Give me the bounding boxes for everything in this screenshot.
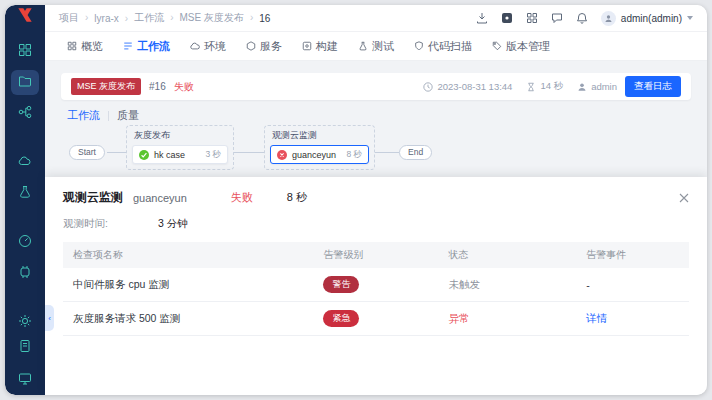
breadcrumb-item-workflows[interactable]: 工作流: [134, 11, 179, 25]
breadcrumb-item-project[interactable]: lyra-x: [94, 13, 134, 24]
user-menu[interactable]: admin(admin): [601, 11, 693, 26]
download-icon[interactable]: [476, 12, 488, 24]
panel-header: 观测云监测 guanceyun 失败 8 秒: [63, 189, 689, 206]
tab-label: 测试: [372, 39, 394, 54]
job-name: hk case: [154, 150, 185, 160]
tab-version-management[interactable]: 版本管理: [492, 39, 550, 54]
tab-builds[interactable]: 构建: [302, 39, 338, 54]
tab-label: 环境: [204, 39, 226, 54]
task-number: #16: [149, 81, 166, 92]
task-duration: 14 秒: [526, 80, 563, 93]
shield-icon: [414, 41, 424, 51]
sidebar-item-docs[interactable]: [11, 335, 39, 360]
tab-label: 构建: [316, 39, 338, 54]
tab-code-scan[interactable]: 代码扫描: [414, 39, 472, 54]
finish-time: 2023-08-31 13:44: [423, 81, 512, 92]
level-badge: 紧急: [323, 310, 359, 327]
sidebar-item-workflows[interactable]: [11, 101, 39, 126]
topbar: 项目 lyra-x 工作流 MSE 灰度发布 16 admin(admin): [45, 5, 707, 32]
close-icon[interactable]: [679, 193, 689, 203]
pipeline-connector: [107, 152, 126, 153]
brand-logo-icon: [15, 5, 35, 25]
sidebar-nav: [11, 39, 39, 335]
table-row: 灰度服务请求 500 监测 紧急 异常 详情: [63, 302, 689, 336]
tab-label: 版本管理: [506, 39, 550, 54]
sidebar-item-overview[interactable]: [11, 39, 39, 64]
sidebar-collapse-handle[interactable]: ‹: [45, 305, 54, 331]
tab-label: 服务: [260, 39, 282, 54]
tab-tests[interactable]: 测试: [358, 39, 394, 54]
pipeline-start-node: Start: [69, 145, 105, 160]
panel-duration: 8 秒: [287, 190, 307, 205]
pipeline-canvas: Start 灰度发布 hk case 3 秒 观测云监测 guanceyun 8…: [61, 125, 691, 175]
workflow-icon: [123, 41, 133, 51]
sidebar: [5, 5, 45, 395]
sidebar-item-projects[interactable]: [11, 70, 39, 95]
breadcrumb-item-workflow[interactable]: MSE 灰度发布: [179, 11, 259, 25]
overview-icon: [67, 41, 77, 51]
sidebar-item-insights[interactable]: [11, 230, 39, 255]
observe-time-row: 观测时间: 3 分钟: [63, 217, 689, 231]
column-header: 告警级别: [313, 242, 438, 268]
tab-services[interactable]: 服务: [246, 39, 282, 54]
pipeline-end-node: End: [399, 145, 432, 160]
table-header-row: 检查项名称 告警级别 状态 告警事件: [63, 242, 689, 268]
topbar-actions: admin(admin): [476, 11, 693, 26]
pipeline-stage-release: 灰度发布 hk case 3 秒: [126, 125, 234, 170]
panel-job-name: guanceyun: [133, 192, 187, 204]
observe-time-label: 观测时间:: [63, 217, 155, 231]
breadcrumb: 项目 lyra-x 工作流 MSE 灰度发布 16: [59, 11, 270, 25]
project-nav: 概览 工作流 环境 服务 构建 测试 代码扫描 版本管理: [45, 32, 707, 61]
workspace-icon[interactable]: [501, 12, 513, 24]
sidebar-item-environments[interactable]: [11, 150, 39, 175]
column-header: 状态: [439, 242, 577, 268]
tab-label: 工作流: [137, 39, 170, 54]
app-logo[interactable]: [5, 5, 45, 25]
tab-environments[interactable]: 环境: [190, 39, 226, 54]
detail-link[interactable]: 详情: [586, 312, 607, 324]
job-name: guanceyun: [292, 150, 336, 160]
workflow-tag: MSE 灰度发布: [71, 78, 141, 95]
sidebar-item-help[interactable]: [11, 368, 39, 393]
tab-quality-view[interactable]: 质量: [117, 108, 139, 123]
build-icon: [302, 41, 312, 51]
job-detail-panel: 观测云监测 guanceyun 失败 8 秒 观测时间: 3 分钟 检查项名称 …: [45, 177, 707, 395]
check-name-cell: 中间件服务 cpu 监测: [63, 268, 313, 302]
app-window: ‹ 项目 lyra-x 工作流 MSE 灰度发布 16 admin(admin)…: [5, 5, 707, 395]
bell-icon[interactable]: [576, 12, 588, 24]
task-status: 失败: [174, 80, 194, 94]
pipeline-connector: [375, 152, 399, 153]
sidebar-item-tests[interactable]: [11, 181, 39, 206]
sidebar-item-settings[interactable]: [11, 310, 39, 335]
tab-label: 代码扫描: [428, 39, 472, 54]
task-header: MSE 灰度发布 #16 失败 2023-08-31 13:44 14 秒 ad…: [61, 73, 691, 100]
observe-time-value: 3 分钟: [158, 217, 188, 229]
gear-icon: [18, 314, 32, 332]
tab-divider: [108, 111, 109, 121]
panel-status: 失败: [231, 190, 253, 205]
tab-overview[interactable]: 概览: [67, 39, 103, 54]
cloud-icon: [190, 41, 200, 51]
tab-workflow-view[interactable]: 工作流: [67, 108, 100, 123]
chevron-down-icon: [687, 16, 693, 20]
tab-workflows[interactable]: 工作流: [123, 39, 170, 54]
plug-icon: [18, 265, 32, 283]
breadcrumb-item-task: 16: [259, 13, 270, 24]
task-executor: admin: [577, 81, 617, 92]
message-icon[interactable]: [551, 12, 563, 24]
level-badge: 警告: [323, 276, 359, 293]
job-card-hk-case[interactable]: hk case 3 秒: [132, 145, 228, 164]
job-card-guanceyun[interactable]: guanceyun 8 秒: [270, 145, 369, 164]
apps-icon[interactable]: [526, 12, 538, 24]
view-log-button[interactable]: 查看日志: [625, 76, 681, 97]
pipeline-connector: [234, 152, 264, 153]
column-header: 检查项名称: [63, 242, 313, 268]
status-cell: 异常: [439, 302, 577, 336]
sidebar-item-integrations[interactable]: [11, 261, 39, 286]
panel-title: 观测云监测: [63, 189, 123, 206]
flask-icon: [18, 185, 32, 203]
avatar: [601, 11, 616, 26]
breadcrumb-item-projects[interactable]: 项目: [59, 11, 94, 25]
content-area: MSE 灰度发布 #16 失败 2023-08-31 13:44 14 秒 ad…: [45, 61, 707, 395]
view-tabs: 工作流 质量: [67, 108, 139, 123]
